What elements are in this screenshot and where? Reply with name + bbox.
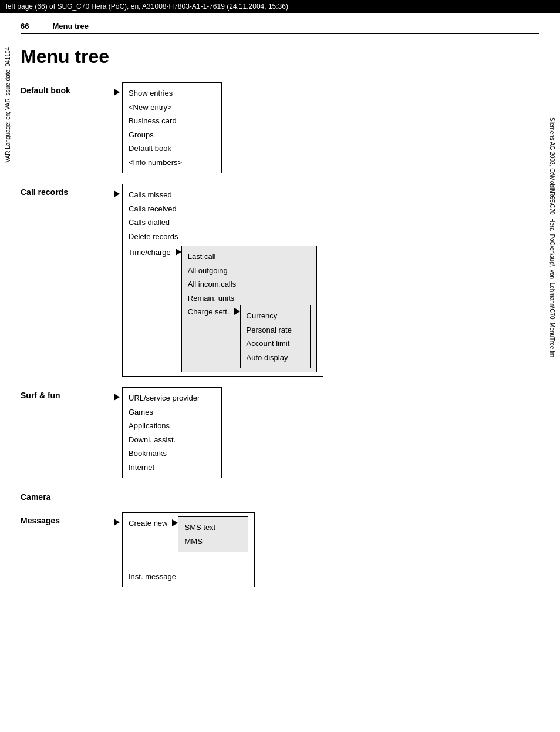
category-camera: Camera (21, 489, 112, 502)
menu-item-charge-sett: Charge sett. (188, 305, 230, 319)
menu-item: Calls received (129, 202, 317, 216)
messages-create-new-row: Create new SMS text MMS (129, 516, 248, 552)
menu-item: Internet (129, 461, 215, 475)
menu-item: Bookmarks (129, 446, 215, 461)
tri-right-icon (114, 519, 120, 526)
menu-item: All outgoing (188, 264, 311, 278)
tri-right-icon (114, 190, 120, 197)
arrow-call-records (112, 184, 122, 197)
menu-tree: Default book Show entries <New entry> Bu… (21, 82, 539, 598)
camera-row: Camera (21, 489, 539, 502)
tri-right-icon (234, 308, 240, 315)
corner-mark-tr-h (539, 18, 551, 18)
top-header: left page (66) of SUG_C70 Hera (PoC), en… (0, 0, 560, 13)
create-new-submenu-box: SMS text MMS (178, 516, 248, 552)
call-records-row: Call records Calls missed Calls received… (21, 184, 539, 377)
main-title: Menu tree (21, 46, 539, 68)
menu-item: Remain. units (188, 291, 311, 305)
tri-right-icon (176, 249, 181, 256)
side-text-right: Siemens AG 2003, O:\Mobil\R65\C70_Hera_P… (549, 117, 555, 357)
menu-item: Auto display (247, 351, 304, 365)
tri-right-icon (114, 394, 120, 401)
page-content: 66 Menu tree Menu tree Default book Show… (21, 13, 539, 598)
menu-item: Business card (129, 114, 215, 128)
menu-item: Personal rate (247, 323, 304, 337)
tri-right-icon (114, 89, 120, 96)
menu-item: Games (129, 405, 215, 419)
surf-fun-menu-box: URL/service provider Games Applications … (122, 387, 222, 478)
menu-item: URL/service provider (129, 391, 215, 405)
messages-row: Messages Create new SMS text MMS Inst. m… (21, 512, 539, 587)
call-records-menu-box: Calls missed Calls received Calls dialle… (122, 184, 323, 377)
category-surf-fun: Surf & fun (21, 387, 112, 400)
menu-item: Calls missed (129, 188, 317, 202)
menu-item-create-new: Create new (129, 516, 167, 530)
time-charge-row: Time/charge Last call All outgoing All i… (129, 246, 317, 372)
menu-item: Delete records (129, 230, 317, 244)
category-default-book: Default book (21, 82, 112, 95)
side-text-left: VAR Language: en; VAR issue date: 041104 (5, 47, 11, 162)
menu-item: Groups (129, 128, 215, 142)
page-title-header: Menu tree (52, 22, 88, 31)
menu-item: Show entries (129, 86, 215, 100)
messages-menu-box: Create new SMS text MMS Inst. message (122, 512, 255, 587)
arrow-surf-fun (112, 387, 122, 401)
corner-mark-bl-v (21, 703, 21, 714)
corner-mark-br-v (539, 703, 539, 714)
arrow-default-book (112, 82, 122, 96)
menu-item: Account limit (247, 337, 304, 351)
charge-sett-submenu-box: Currency Personal rate Account limit Aut… (240, 305, 311, 368)
top-header-text: left page (66) of SUG_C70 Hera (PoC), en… (6, 2, 288, 11)
surf-fun-row: Surf & fun URL/service provider Games Ap… (21, 387, 539, 478)
page-header: 66 Menu tree (21, 22, 539, 34)
menu-item: All incom.calls (188, 277, 311, 291)
menu-item: Currency (247, 309, 304, 323)
charge-sett-row: Charge sett. Currency Personal rate Acco… (188, 305, 311, 368)
menu-item: <New entry> (129, 100, 215, 115)
menu-item: SMS text (184, 521, 242, 535)
menu-item: Applications (129, 419, 215, 433)
menu-item-inst-message: Inst. message (129, 570, 248, 584)
corner-mark-bl-h (21, 714, 32, 714)
default-book-row: Default book Show entries <New entry> Bu… (21, 82, 539, 173)
menu-item: MMS (184, 535, 242, 549)
category-call-records: Call records (21, 184, 112, 197)
arrow-messages (112, 512, 122, 526)
menu-item-time-charge: Time/charge (129, 246, 171, 260)
category-messages: Messages (21, 512, 112, 525)
corner-mark-tl-v (21, 18, 21, 29)
menu-item: Default book (129, 142, 215, 156)
menu-item: Downl. assist. (129, 433, 215, 447)
menu-item (129, 552, 248, 570)
menu-item: Last call (188, 250, 311, 264)
time-charge-submenu-box: Last call All outgoing All incom.calls R… (181, 246, 317, 372)
page-number: 66 (21, 22, 29, 31)
default-book-menu-box: Show entries <New entry> Business card G… (122, 82, 222, 173)
tri-right-icon (172, 519, 178, 526)
menu-item: <Info numbers> (129, 156, 215, 170)
menu-item: Calls dialled (129, 216, 317, 230)
corner-mark-br-h (539, 714, 551, 714)
corner-mark-tl-h (21, 18, 32, 18)
corner-mark-tr-v (539, 18, 539, 29)
